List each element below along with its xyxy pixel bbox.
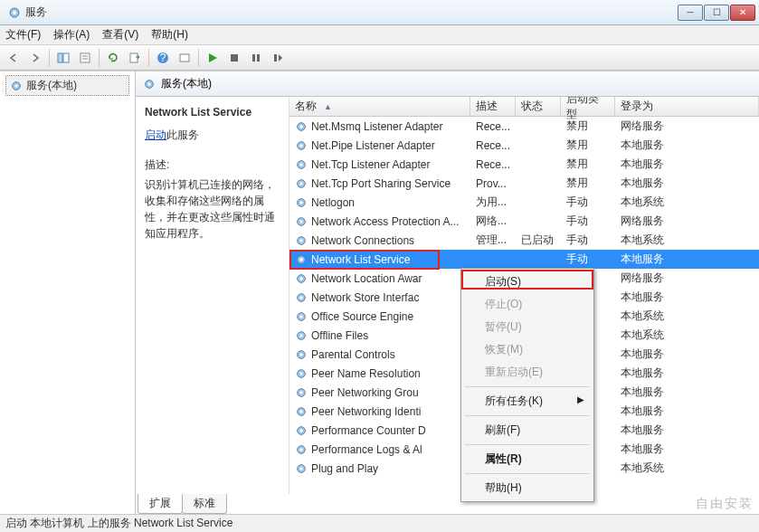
menu-help[interactable]: 帮助(H) [151,27,188,43]
cell-logon: 本地服务 [615,138,759,153]
cell-logon: 本地服务 [615,366,759,381]
properties-button[interactable] [75,48,95,68]
service-row[interactable]: Net.Tcp Listener AdapterRece...禁用本地服务 [289,155,759,174]
tree-item-services-local[interactable]: 服务(本地) [5,75,129,96]
statusbar: 启动 本地计算机 上的服务 Network List Service [0,514,759,532]
tab-standard[interactable]: 标准 [182,494,227,514]
cell-desc: 为用... [470,195,516,210]
tab-extended[interactable]: 扩展 [138,494,183,514]
service-row[interactable]: Network List Service手动本地服务 [289,250,759,269]
cell-name: Peer Networking Grou [289,386,470,399]
maximize-button[interactable]: ☐ [704,5,729,21]
svg-point-20 [299,125,303,128]
ctx-help[interactable]: 帮助(H) [463,477,592,499]
cell-logon: 本地服务 [615,423,759,438]
svg-point-1 [13,11,16,14]
menu-action[interactable]: 操作(A) [53,27,90,43]
help-button[interactable]: ? [153,48,173,68]
gear-icon [295,139,308,152]
cell-name: Peer Networking Identi [289,405,470,418]
cell-desc: Rece... [470,120,516,133]
cell-desc: 网络... [470,214,516,229]
nav-forward-button[interactable] [25,48,45,68]
service-row[interactable]: Net.Tcp Port Sharing ServiceProv...禁用本地服… [289,174,759,193]
gear-icon [10,80,23,92]
svg-point-48 [299,391,303,394]
status-text: 启动 本地计算机 上的服务 Network List Service [5,516,232,531]
column-headers: 名称▲ 描述 状态 启动类型 登录为 [289,97,759,117]
nav-back-button[interactable] [4,48,24,68]
close-button[interactable]: ✕ [730,5,755,21]
export-button[interactable] [125,48,145,68]
cell-name: Network Connections [289,234,470,247]
start-suffix: 此服务 [166,128,199,141]
cell-name: Network List Service [289,253,470,266]
cell-start: 禁用 [561,138,615,153]
svg-point-38 [299,296,303,299]
col-start[interactable]: 启动类型 [561,97,615,116]
menu-view[interactable]: 查看(V) [102,27,138,43]
svg-point-44 [299,353,303,356]
svg-rect-3 [63,53,69,62]
restart-service-button[interactable] [268,48,288,68]
cell-start: 手动 [561,252,615,267]
gear-icon [143,78,156,90]
svg-point-22 [299,144,303,147]
service-row[interactable]: Net.Pipe Listener AdapterRece...禁用本地服务 [289,136,759,155]
svg-point-34 [299,258,303,261]
ctx-properties[interactable]: 属性(R) [463,448,592,470]
cell-logon: 本地系统 [615,233,759,248]
gear-icon [295,424,308,437]
selected-service-name: Network List Service [145,106,280,119]
minimize-button[interactable]: ─ [678,5,703,21]
cell-logon: 本地服务 [615,347,759,362]
cell-name: Network Store Interfac [289,291,470,304]
svg-point-28 [299,201,303,204]
description-label: 描述: [145,157,280,173]
svg-point-40 [299,315,303,318]
svg-rect-7 [130,53,138,62]
gear-icon [295,272,308,285]
cell-desc: Prov... [470,177,516,190]
show-tree-button[interactable] [53,48,73,68]
pause-service-button[interactable] [246,48,266,68]
menu-file[interactable]: 文件(F) [5,27,41,43]
description-text: 识别计算机已连接的网络，收集和存储这些网络的属性，并在更改这些属性时通知应用程序… [145,176,280,242]
submenu-arrow-icon: ▶ [577,394,584,404]
start-link[interactable]: 启动 [145,128,166,141]
svg-point-36 [299,277,303,280]
col-name[interactable]: 名称▲ [289,97,470,116]
ctx-refresh[interactable]: 刷新(F) [463,419,592,442]
svg-rect-2 [58,53,62,62]
svg-point-52 [299,429,303,432]
service-row[interactable]: Network Access Protection A...网络...手动网络服… [289,212,759,231]
col-state[interactable]: 状态 [516,97,561,116]
svg-point-16 [14,84,18,88]
cell-name: Offline Files [289,329,470,342]
service-row[interactable]: Network Connections管理...已启动手动本地系统 [289,231,759,250]
main-split: 服务(本地) 服务(本地) Network List Service 启动此服务… [0,71,759,514]
gear-icon [295,367,308,380]
service-row[interactable]: Net.Msmq Listener AdapterRece...禁用网络服务 [289,117,759,136]
right-pane: 服务(本地) Network List Service 启动此服务 描述: 识别… [136,71,759,514]
svg-rect-13 [257,54,260,62]
ctx-all-tasks[interactable]: 所有任务(K)▶ [463,390,592,413]
gear-icon [295,443,308,456]
cell-name: Net.Msmq Listener Adapter [289,120,470,133]
col-desc[interactable]: 描述 [470,97,516,116]
svg-point-18 [147,82,151,86]
svg-text:?: ? [160,52,166,64]
cell-logon: 本地服务 [615,176,759,191]
cell-logon: 本地服务 [615,385,759,400]
service-row[interactable]: Netlogon为用...手动本地系统 [289,193,759,212]
ctx-start[interactable]: 启动(S) [463,271,592,293]
refresh-button[interactable] [103,48,123,68]
cell-start: 手动 [561,233,615,248]
gear-icon [295,234,308,247]
extra-button[interactable] [175,48,194,68]
col-logon[interactable]: 登录为 [615,97,759,116]
svg-point-30 [299,220,303,223]
start-service-button[interactable] [203,48,223,68]
stop-service-button[interactable] [224,48,244,68]
cell-logon: 本地服务 [615,290,759,305]
